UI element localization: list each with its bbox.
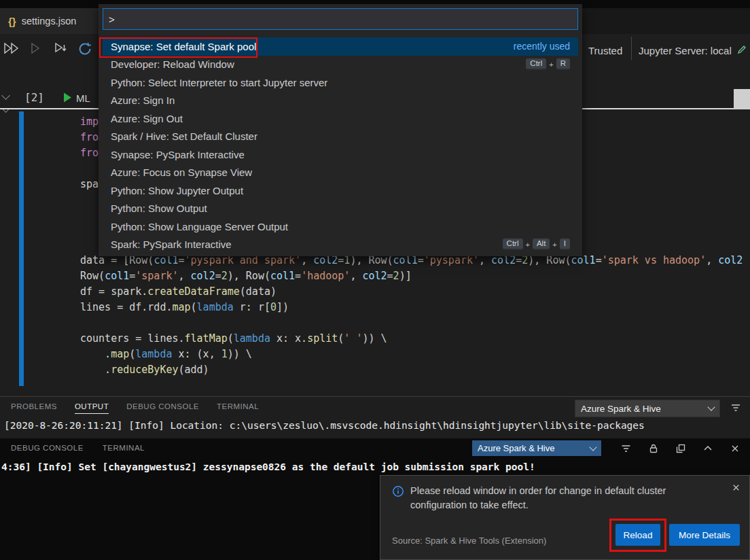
run-cell-icon[interactable]	[62, 92, 73, 106]
code-line: .reduceByKey(add)	[80, 362, 750, 378]
command-item[interactable]: Python: Show Jupyter Output	[103, 181, 578, 200]
code-token: (	[191, 301, 197, 313]
restart-kernel-icon[interactable]	[77, 41, 92, 59]
command-list: Synapse: Set default Spark poolrecently …	[103, 37, 578, 253]
code-token: .	[80, 364, 111, 376]
command-item[interactable]: Python: Show Output	[103, 200, 578, 218]
scrollbar-thumb[interactable]	[734, 89, 750, 109]
code-token: )) \	[362, 332, 387, 345]
code-token: (	[338, 332, 344, 345]
code-token: ])	[276, 301, 289, 313]
output-panel: PROBLEMSOUTPUTDEBUG CONSOLETERMINAL Azur…	[0, 396, 750, 438]
collapse-panel-icon[interactable]	[702, 443, 713, 454]
command-item[interactable]: Developer: Reload WindowCtrl+R	[103, 56, 578, 74]
command-item[interactable]: Synapse: Set default Spark poolrecently …	[103, 37, 578, 56]
lower-panel-tabs: DEBUG CONSOLETERMINAL	[11, 444, 145, 455]
notification-source: Source: Spark & Hive Tools (Extension)	[392, 536, 546, 546]
code-line: .map(lambda x: (x, 1)) \	[80, 347, 750, 362]
code-token: flatMap	[185, 332, 228, 345]
filter-icon[interactable]	[730, 402, 742, 416]
plus-separator: +	[526, 241, 530, 249]
tab-settings-json[interactable]: {} settings.json	[0, 8, 102, 34]
key-chip: Ctrl	[526, 58, 546, 70]
code-token: createDataFrame	[147, 285, 239, 298]
run-icon[interactable]	[29, 41, 42, 58]
code-token: 0	[270, 301, 276, 313]
close-panel-icon[interactable]	[730, 443, 740, 454]
command-item-label: Azure: Sign Out	[111, 113, 183, 124]
keybinding: Ctrl+R	[526, 58, 570, 70]
key-chip: Ctrl	[503, 239, 523, 250]
command-item[interactable]: Python: Show Language Server Output	[103, 217, 578, 236]
jupyter-server-label: Jupyter Server: local	[639, 45, 732, 56]
command-item[interactable]: Azure: Sign In	[103, 92, 578, 110]
code-token: ,	[706, 254, 718, 266]
code-token: =	[215, 270, 221, 282]
command-item-label: Synapse: PySpark Interactive	[111, 149, 245, 160]
split-panel-icon[interactable]	[675, 443, 686, 454]
close-icon[interactable]	[731, 483, 741, 495]
code-token: 2	[221, 270, 228, 282]
notification-body: Please reload window in order for change…	[392, 484, 707, 512]
output-channel-dropdown[interactable]: Azure Spark & Hive	[575, 400, 720, 417]
panel-tab-terminal[interactable]: TERMINAL	[103, 444, 145, 455]
code-token: map	[172, 301, 190, 313]
command-item[interactable]: Spark: PySpark InteractiveCtrl+Alt+I	[103, 236, 578, 254]
code-token: col2	[191, 270, 215, 282]
edit-server-icon[interactable]	[736, 44, 747, 57]
code-token: ' '	[344, 332, 362, 345]
chevron-down-icon	[589, 443, 596, 451]
code-token: lambda	[197, 301, 234, 313]
command-item[interactable]: Python: Select Interpreter to start Jupy…	[103, 73, 578, 92]
execution-count: [2]	[24, 91, 44, 104]
panel-tab-debug-console[interactable]: DEBUG CONSOLE	[126, 402, 199, 414]
key-chip: I	[560, 239, 570, 250]
command-item[interactable]: Azure: Focus on Synapse View	[103, 164, 578, 182]
code-token: =	[387, 270, 393, 282]
debug-log-line: 4:36] [Info] Set [chayangwestus2] zessyn…	[1, 461, 535, 472]
code-token: reduceByKey	[111, 364, 178, 376]
command-item-label: Python: Show Output	[111, 203, 207, 214]
recently-used-label: recently used	[514, 41, 570, 52]
cell-language-label: ML	[76, 92, 90, 104]
run-all-icon[interactable]	[3, 41, 20, 58]
run-below-icon[interactable]	[53, 41, 68, 58]
command-item[interactable]: Synapse: PySpark Interactive	[103, 145, 578, 164]
code-token: 'spark'	[135, 270, 178, 282]
code-token: col1	[270, 270, 295, 282]
notification-message: Please reload window in order for change…	[410, 484, 707, 512]
panel-tab-terminal[interactable]: TERMINAL	[217, 402, 259, 414]
info-icon	[392, 485, 404, 512]
lower-channel-dropdown[interactable]: Azure Spark & Hive	[472, 440, 601, 456]
command-item[interactable]: Azure: Sign Out	[103, 109, 578, 128]
code-token: =	[129, 270, 135, 282]
reload-button[interactable]: Reload	[615, 524, 660, 546]
code-token: Row(	[80, 270, 105, 282]
panel-tab-debug-console[interactable]: DEBUG CONSOLE	[11, 444, 84, 455]
code-token: x: x.	[270, 332, 307, 345]
key-chip: R	[556, 58, 570, 70]
jupyter-server-status[interactable]: Jupyter Server: local	[639, 41, 747, 60]
filter-icon[interactable]	[620, 443, 632, 454]
code-token: (data)	[240, 285, 276, 298]
code-token: spa	[80, 178, 99, 190]
code-token: lambda	[135, 348, 172, 360]
code-token: fro	[80, 147, 99, 159]
more-details-button[interactable]: More Details	[669, 524, 740, 546]
code-token: (	[129, 348, 135, 360]
panel-tab-output[interactable]: OUTPUT	[75, 402, 109, 414]
code-token: (	[228, 332, 234, 345]
code-line: df = spark.createDataFrame(data)	[80, 284, 750, 300]
lock-icon[interactable]	[648, 443, 659, 454]
command-input[interactable]	[103, 8, 578, 30]
cell-collapse-icon[interactable]	[1, 91, 10, 100]
code-token: =	[295, 270, 301, 282]
code-token: 1	[221, 348, 228, 360]
code-token: ,	[179, 270, 191, 282]
panel-tabs: PROBLEMSOUTPUTDEBUG CONSOLETERMINAL	[11, 402, 259, 414]
keybinding: Ctrl+Alt+I	[503, 239, 570, 250]
code-lines[interactable]: data = [Row(col1='pyspark and spark', co…	[80, 253, 750, 378]
panel-tab-problems[interactable]: PROBLEMS	[11, 402, 57, 414]
code-token: split	[307, 332, 338, 345]
command-item[interactable]: Spark / Hive: Set Default Cluster	[103, 128, 578, 146]
